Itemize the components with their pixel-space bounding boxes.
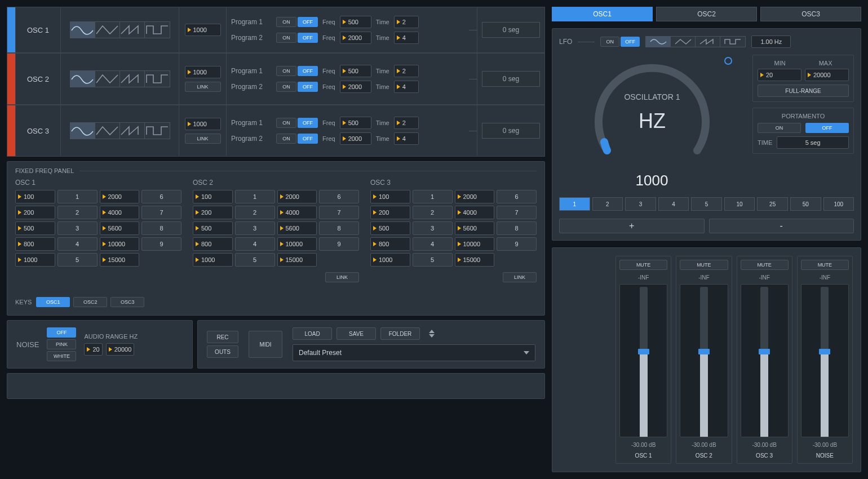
program-on-button[interactable]: ON <box>276 134 296 144</box>
ffp-preset-button[interactable]: 2 <box>57 206 98 219</box>
square-wave-icon[interactable] <box>720 37 745 47</box>
ffp-freq-field[interactable]: 800 <box>193 237 233 251</box>
program-time-field[interactable]: 2 <box>394 65 419 77</box>
ffp-preset-button[interactable]: 3 <box>413 221 453 235</box>
ffp-freq-field[interactable]: 200 <box>193 206 233 219</box>
osc-wave-selector[interactable] <box>70 21 170 38</box>
ffp-freq-field[interactable]: 5600 <box>100 221 140 235</box>
portamento-time-field[interactable]: 5 seg <box>777 136 849 149</box>
outs-button[interactable]: OUTS <box>207 345 238 358</box>
program-time-field[interactable]: 4 <box>394 81 419 93</box>
ffp-freq-field[interactable]: 500 <box>370 221 410 235</box>
full-range-button[interactable]: FULL-RANGE <box>758 85 849 97</box>
ffp-freq-field[interactable]: 4000 <box>100 206 140 219</box>
decrement-button[interactable]: - <box>709 219 854 233</box>
osc-wave-selector[interactable] <box>70 70 170 87</box>
square-wave-icon[interactable] <box>145 123 170 139</box>
saw-wave-icon[interactable] <box>120 71 145 87</box>
ffp-freq-field[interactable]: 100 <box>193 190 233 203</box>
program-off-button[interactable]: OFF <box>298 134 318 144</box>
ffp-freq-field[interactable]: 10000 <box>277 237 317 251</box>
ffp-preset-button[interactable]: 8 <box>319 221 359 235</box>
lfo-on-button[interactable]: ON <box>600 37 619 47</box>
ffp-freq-field[interactable]: 15000 <box>100 253 140 267</box>
ffp-preset-button[interactable]: 6 <box>141 190 181 203</box>
ffp-preset-button[interactable]: 9 <box>319 237 359 251</box>
program-time-field[interactable]: 2 <box>394 117 419 129</box>
ffp-freq-field[interactable]: 10000 <box>100 237 140 251</box>
program-time-field[interactable]: 4 <box>394 32 419 44</box>
osc-wave-selector[interactable] <box>70 122 170 139</box>
program-off-button[interactable]: OFF <box>298 17 318 27</box>
ffp-link-button[interactable]: LINK <box>325 272 359 282</box>
load-button[interactable]: LOAD <box>293 327 332 340</box>
ffp-freq-field[interactable]: 5600 <box>277 221 317 235</box>
program-on-button[interactable]: ON <box>276 66 296 76</box>
osc-tab[interactable]: OSC1 <box>552 7 653 21</box>
ffp-preset-button[interactable]: 2 <box>235 206 275 219</box>
ffp-preset-button[interactable]: 4 <box>235 237 275 251</box>
ffp-freq-field[interactable]: 4000 <box>277 206 317 219</box>
channel-fader[interactable] <box>619 284 667 437</box>
ffp-preset-button[interactable]: 3 <box>57 221 98 235</box>
program-off-button[interactable]: OFF <box>298 33 318 43</box>
portamento-on-button[interactable]: ON <box>758 123 801 133</box>
keys-osc-button[interactable]: OSC3 <box>110 297 144 307</box>
mute-button[interactable]: MUTE <box>801 260 849 270</box>
triangle-wave-icon[interactable] <box>671 37 696 47</box>
osc-freq-field[interactable]: 1000 <box>185 118 221 130</box>
step-button[interactable]: 10 <box>724 197 755 211</box>
ffp-freq-field[interactable]: 2000 <box>455 190 495 203</box>
midi-button[interactable]: MIDI <box>249 331 282 358</box>
ffp-freq-field[interactable]: 100 <box>15 190 55 203</box>
ffp-freq-field[interactable]: 4000 <box>455 206 495 219</box>
sine-wave-icon[interactable] <box>70 22 95 38</box>
audio-range-min[interactable]: 20 <box>84 343 102 356</box>
program-freq-field[interactable]: 2000 <box>340 132 371 145</box>
program-freq-field[interactable]: 2000 <box>340 81 371 93</box>
program-on-button[interactable]: ON <box>276 82 296 92</box>
keys-osc-button[interactable]: OSC1 <box>36 297 70 307</box>
program-off-button[interactable]: OFF <box>298 82 318 92</box>
ffp-freq-field[interactable]: 2000 <box>100 190 140 203</box>
ffp-freq-field[interactable]: 800 <box>15 237 55 251</box>
sine-wave-icon[interactable] <box>70 71 95 87</box>
program-freq-field[interactable]: 2000 <box>340 32 371 44</box>
ffp-link-button[interactable]: LINK <box>503 272 537 282</box>
ffp-preset-button[interactable]: 3 <box>235 221 275 235</box>
ffp-freq-field[interactable]: 1000 <box>193 253 233 267</box>
ffp-freq-field[interactable]: 2000 <box>277 190 317 203</box>
ffp-freq-field[interactable]: 1000 <box>15 253 55 267</box>
mute-button[interactable]: MUTE <box>741 260 789 270</box>
lfo-wave-selector[interactable] <box>645 36 746 47</box>
osc-freq-field[interactable]: 1000 <box>185 66 221 78</box>
lfo-rate-field[interactable]: 1.00 Hz <box>751 36 791 48</box>
ffp-freq-field[interactable]: 200 <box>15 206 55 219</box>
preset-selector[interactable]: Default Preset <box>293 344 535 361</box>
save-button[interactable]: SAVE <box>336 327 376 340</box>
program-freq-field[interactable]: 500 <box>340 65 371 77</box>
ffp-preset-button[interactable]: 5 <box>57 253 98 267</box>
program-off-button[interactable]: OFF <box>298 66 318 76</box>
channel-fader[interactable] <box>801 284 849 437</box>
range-min-field[interactable]: 20 <box>758 69 801 81</box>
program-time-field[interactable]: 2 <box>394 16 419 28</box>
ffp-preset-button[interactable]: 7 <box>319 206 359 219</box>
step-button[interactable]: 1 <box>559 197 590 211</box>
noise-mode-button[interactable]: PINK <box>47 339 76 349</box>
ffp-preset-button[interactable]: 1 <box>235 190 275 203</box>
ffp-freq-field[interactable]: 100 <box>370 190 410 203</box>
ffp-freq-field[interactable]: 5600 <box>455 221 495 235</box>
step-button[interactable]: 100 <box>823 197 854 211</box>
audio-range-max[interactable]: 20000 <box>106 343 135 356</box>
ffp-preset-button[interactable]: 7 <box>141 206 181 219</box>
program-on-button[interactable]: ON <box>276 17 296 27</box>
ffp-preset-button[interactable]: 7 <box>497 206 537 219</box>
program-freq-field[interactable]: 500 <box>340 16 371 28</box>
square-wave-icon[interactable] <box>145 71 170 87</box>
program-on-button[interactable]: ON <box>276 118 296 128</box>
ffp-freq-field[interactable]: 800 <box>370 237 410 251</box>
osc-freq-field[interactable]: 1000 <box>185 24 221 36</box>
portamento-off-button[interactable]: OFF <box>805 123 849 133</box>
ffp-freq-field[interactable]: 15000 <box>277 253 317 267</box>
